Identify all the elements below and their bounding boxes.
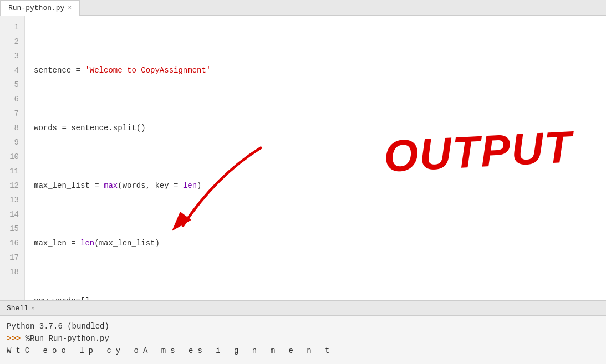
output-text-line: WtC eoo lp cy oA ms es i g n m e n t — [7, 346, 334, 355]
line-num-1: 1 — [4, 20, 19, 34]
shell-run-line[interactable]: >>> %Run Run-python.py — [7, 332, 599, 345]
code-line-3: max_len_list = max(words, key = len) — [34, 178, 606, 193]
version-text: Python 3.7.6 (bundled) — [7, 322, 109, 331]
shell-version: Python 3.7.6 (bundled) — [7, 320, 599, 332]
shell-tab-label: Shell — [7, 304, 28, 312]
line-num-6: 6 — [4, 92, 19, 106]
shell-area: Shell × Python 3.7.6 (bundled) >>> %Run … — [0, 300, 606, 364]
file-tab[interactable]: Run-python.py × — [0, 0, 80, 16]
tab-label: Run-python.py — [8, 4, 64, 12]
line-num-18: 18 — [4, 265, 19, 279]
code-line-4: max_len = len(max_len_list) — [34, 236, 606, 250]
shell-tab-close[interactable]: × — [31, 305, 35, 312]
line-num-2: 2 — [4, 34, 19, 49]
shell-output: WtC eoo lp cy oA ms es i g n m e n t — [7, 345, 599, 357]
editor-area: 1 2 3 4 5 6 7 8 9 10 11 12 13 14 15 16 1… — [0, 16, 606, 300]
line-num-4: 4 — [4, 63, 19, 78]
code-line-2: words = sentence.split() — [34, 121, 606, 135]
line-num-9: 9 — [4, 135, 19, 150]
line-num-16: 16 — [4, 236, 19, 250]
shell-content: Python 3.7.6 (bundled) >>> %Run Run-pyth… — [0, 316, 606, 364]
line-num-13: 13 — [4, 193, 19, 207]
line-num-7: 7 — [4, 106, 19, 121]
line-num-3: 3 — [4, 49, 19, 63]
line-num-17: 17 — [4, 250, 19, 265]
line-num-12: 12 — [4, 178, 19, 193]
line-num-14: 14 — [4, 207, 19, 222]
code-editor[interactable]: sentence = 'Welcome to CopyAssignment' w… — [25, 16, 606, 300]
code-line-5: new_words=[] — [34, 294, 606, 300]
line-num-15: 15 — [4, 222, 19, 236]
line-num-5: 5 — [4, 78, 19, 92]
run-command: %Run Run-python.py — [26, 334, 109, 343]
line-num-11: 11 — [4, 164, 19, 178]
line-num-8: 8 — [4, 121, 19, 135]
tab-close[interactable]: × — [68, 4, 72, 11]
shell-tab-bar: Shell × — [0, 301, 606, 316]
line-num-10: 10 — [4, 150, 19, 164]
prompt-marker: >>> — [7, 334, 26, 343]
code-line-1: sentence = 'Welcome to CopyAssignment' — [34, 63, 606, 78]
tab-bar: Run-python.py × — [0, 0, 606, 16]
code-container: 1 2 3 4 5 6 7 8 9 10 11 12 13 14 15 16 1… — [0, 16, 606, 300]
shell-tab[interactable]: Shell × — [0, 303, 42, 314]
line-numbers: 1 2 3 4 5 6 7 8 9 10 11 12 13 14 15 16 1… — [0, 16, 25, 300]
